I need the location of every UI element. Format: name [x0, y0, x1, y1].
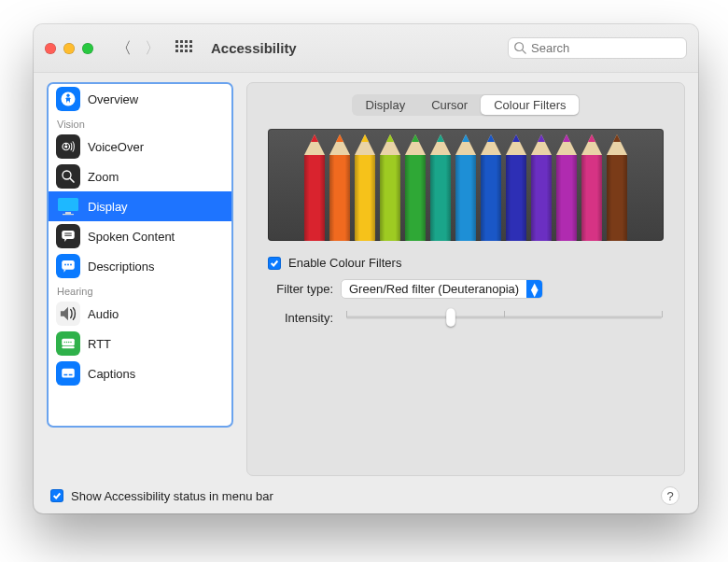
sidebar-item-zoom[interactable]: Zoom — [49, 162, 231, 191]
sidebar-item-label: VoiceOver — [88, 140, 144, 154]
captions-icon — [56, 361, 80, 386]
enable-colour-filters-row[interactable]: Enable Colour Filters — [268, 256, 664, 270]
svg-point-16 — [67, 264, 69, 266]
enable-colour-filters-checkbox[interactable] — [268, 257, 281, 270]
pencil — [480, 131, 502, 241]
sidebar-item-label: Display — [88, 200, 128, 214]
pencil — [354, 131, 376, 241]
filter-type-label: Filter type: — [268, 282, 333, 296]
svg-rect-9 — [65, 212, 71, 214]
show-status-menubar-label: Show Accessibility status in menu bar — [71, 489, 273, 503]
filter-type-select[interactable]: Green/Red filter (Deuteranopia) ▲▼ — [341, 279, 543, 299]
sidebar-item-label: RTT — [88, 337, 111, 351]
nav-arrows: 〈 〉 — [116, 40, 161, 56]
content-panel: Display Cursor Colour Filters Enable Col… — [246, 82, 685, 476]
pencil — [404, 131, 427, 241]
zoom-icon — [56, 164, 80, 189]
audio-icon — [56, 302, 80, 326]
show-all-prefs-button[interactable] — [175, 40, 192, 57]
pencil — [429, 131, 452, 241]
svg-point-19 — [64, 342, 66, 344]
pencil — [581, 131, 603, 241]
intensity-slider-thumb[interactable] — [446, 308, 455, 327]
svg-rect-24 — [62, 369, 75, 378]
help-button[interactable]: ? — [661, 486, 679, 505]
svg-point-21 — [68, 342, 70, 344]
sidebar-item-label: Captions — [88, 367, 135, 381]
sidebar-list[interactable]: Overview Vision VoiceOver Zoom — [49, 84, 231, 426]
sidebar: Overview Vision VoiceOver Zoom — [47, 82, 233, 428]
svg-point-20 — [66, 342, 68, 344]
search-icon — [513, 41, 526, 54]
svg-rect-8 — [58, 198, 78, 211]
sidebar-item-overview[interactable]: Overview — [49, 84, 231, 114]
svg-rect-25 — [64, 374, 68, 376]
footer: Show Accessibility status in menu bar ? — [47, 485, 685, 506]
window-body: Overview Vision VoiceOver Zoom — [34, 73, 698, 513]
window-controls — [45, 43, 93, 54]
pencil — [530, 131, 553, 241]
sidebar-item-voiceover[interactable]: VoiceOver — [49, 132, 231, 162]
spoken-content-icon — [56, 224, 80, 248]
intensity-row: Intensity: — [268, 308, 664, 327]
sidebar-item-label: Audio — [88, 307, 119, 321]
display-icon — [56, 194, 80, 218]
back-button[interactable]: 〈 — [116, 40, 132, 56]
pencil — [379, 131, 401, 241]
filter-type-value: Green/Red filter (Deuteranopia) — [342, 282, 526, 296]
pencil — [606, 131, 628, 241]
search-field-wrap — [508, 37, 687, 59]
sidebar-item-display[interactable]: Display — [49, 191, 231, 221]
sidebar-item-audio[interactable]: Audio — [49, 299, 231, 329]
preferences-window: 〈 〉 Accessibility Overview — [34, 24, 698, 513]
select-stepper-icon: ▲▼ — [526, 280, 542, 298]
sidebar-item-descriptions[interactable]: Descriptions — [49, 251, 231, 281]
intensity-slider[interactable] — [346, 308, 662, 327]
svg-rect-10 — [63, 214, 74, 215]
colour-preview — [268, 129, 664, 241]
tab-segmented-control: Display Cursor Colour Filters — [352, 94, 581, 116]
pencil — [329, 131, 351, 241]
svg-rect-26 — [69, 374, 73, 376]
svg-line-7 — [70, 178, 74, 182]
zoom-window-button[interactable] — [82, 43, 93, 54]
svg-point-15 — [64, 264, 66, 266]
overview-icon — [56, 87, 80, 111]
tab-colour-filters[interactable]: Colour Filters — [481, 95, 579, 115]
svg-rect-11 — [62, 231, 75, 239]
tab-cursor[interactable]: Cursor — [418, 95, 481, 115]
svg-point-0 — [515, 43, 524, 51]
pencil — [505, 131, 527, 241]
sidebar-section-vision: Vision — [49, 114, 231, 132]
svg-point-17 — [70, 264, 72, 266]
pencil — [555, 131, 578, 241]
show-status-menubar-checkbox[interactable] — [50, 489, 63, 502]
sidebar-item-rtt[interactable]: RTT — [49, 329, 231, 358]
rtt-icon — [56, 331, 80, 356]
svg-point-5 — [65, 143, 67, 145]
svg-point-6 — [63, 171, 71, 179]
enable-colour-filters-label: Enable Colour Filters — [288, 256, 401, 270]
tab-display[interactable]: Display — [353, 95, 419, 115]
toolbar: 〈 〉 Accessibility — [34, 24, 698, 73]
sidebar-item-label: Overview — [88, 92, 138, 106]
descriptions-icon — [56, 254, 80, 278]
sidebar-item-captions[interactable]: Captions — [49, 358, 231, 388]
sidebar-item-spoken-content[interactable]: Spoken Content — [49, 221, 231, 251]
svg-point-3 — [66, 94, 69, 97]
sidebar-item-label: Zoom — [88, 170, 119, 184]
svg-line-1 — [523, 50, 526, 54]
window-title: Accessibility — [211, 40, 297, 56]
pencil — [455, 131, 477, 241]
close-window-button[interactable] — [45, 43, 56, 54]
minimize-window-button[interactable] — [63, 43, 75, 54]
forward-button: 〉 — [145, 40, 161, 56]
search-input[interactable] — [508, 37, 687, 59]
svg-point-22 — [70, 342, 72, 344]
sidebar-item-label: Spoken Content — [88, 230, 175, 244]
voiceover-icon — [56, 134, 80, 159]
sidebar-section-hearing: Hearing — [49, 281, 231, 299]
sidebar-item-label: Descriptions — [88, 260, 155, 274]
svg-rect-23 — [62, 346, 75, 348]
filter-type-row: Filter type: Green/Red filter (Deuterano… — [268, 279, 664, 299]
